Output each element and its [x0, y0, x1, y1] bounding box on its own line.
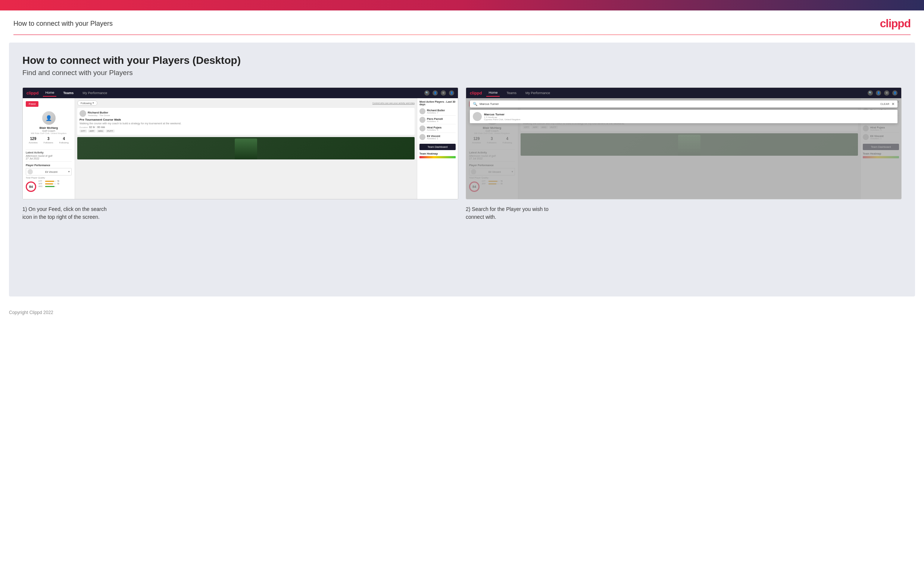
latest-activity-1: Latest Activity Afternoon round of golf …: [26, 151, 72, 160]
player-perf-title-1: Player Performance: [26, 164, 72, 167]
app-body-2: Feed 👤 Blair McHarg Golf Coach Mill Ride…: [466, 98, 901, 199]
feed-card-header-1: Richard Butler Yesterday · The Grove: [79, 110, 413, 117]
quality-bars-1: OTT79 APP70 ARG: [39, 180, 59, 188]
nav-teams-2[interactable]: Teams: [504, 89, 519, 96]
team-heatmap-title-1: Team Heatmap: [419, 153, 456, 155]
player-item-3: Hiral PujaraActivities: 3: [419, 124, 456, 133]
profile-name-1: Blair McHarg: [26, 126, 72, 130]
copyright-text: Copyright Clippd 2022: [9, 310, 53, 315]
search-bar-2[interactable]: 🔍 Marcus Turner CLEAR ✕: [470, 101, 898, 107]
feed-panel-1: Following ▾ Control who can see your act…: [75, 98, 417, 199]
player-avatar-3: [419, 125, 426, 132]
top-bar: [0, 0, 924, 10]
player-name-sel-1: Eli Vincent: [45, 170, 57, 173]
stats-row-1: 129 Activities 3 Followers 4 Following: [26, 136, 72, 144]
tag-row-1: OTT APP ARG PUTT: [79, 130, 413, 133]
tag-app-1: APP: [88, 130, 95, 133]
player-selector-1[interactable]: Eli Vincent ▾: [26, 168, 72, 175]
search-icon[interactable]: 🔍: [424, 90, 430, 96]
player-avatar-4: [419, 134, 426, 140]
clear-button[interactable]: CLEAR: [880, 103, 889, 105]
tag-ott-1: OTT: [79, 130, 87, 133]
nav-myperformance-2[interactable]: My Performance: [523, 89, 552, 96]
tag-arg-1: ARG: [97, 130, 105, 133]
player-item-4: Eli VincentActivities: 1: [419, 133, 456, 141]
profile-card-1: 👤 Blair McHarg Golf Coach Mill Ride Golf…: [26, 110, 72, 148]
settings-icon[interactable]: ⚙: [441, 90, 446, 96]
nav-home-2[interactable]: Home: [486, 89, 500, 97]
player-avatar-sm-1: [28, 169, 33, 174]
search-input-text[interactable]: Marcus Turner: [479, 102, 878, 106]
profile-club-1: Mill Ride Golf Club, United Kingdom: [26, 132, 72, 135]
step2-caption: 2) Search for the Player you wish toconn…: [466, 200, 901, 221]
team-dashboard-btn-1[interactable]: Team Dashboard: [419, 144, 456, 150]
avatar-icon[interactable]: 👤: [449, 90, 454, 96]
step2-screenshot: clippd Home Teams My Performance 🔍 👤 ⚙ 👤: [466, 88, 901, 200]
app-nav-2: clippd Home Teams My Performance 🔍 👤 ⚙ 👤: [466, 88, 901, 98]
player-item-1: Richard ButlerActivities: 7: [419, 107, 456, 116]
app-nav-1: clippd Home Teams My Performance 🔍 👤 ⚙ 👤: [23, 88, 458, 98]
step1-caption: 1) On your Feed, click on the searchicon…: [23, 200, 458, 221]
step2-caption-text: 2) Search for the Player you wish toconn…: [466, 206, 549, 220]
profile-image-1: 👤: [42, 111, 56, 125]
nav-icons-1: 🔍 👤 ⚙ 👤: [424, 90, 454, 96]
step1-caption-text: 1) On your Feed, click on the searchicon…: [23, 206, 107, 220]
result-name: Marcus Turner: [484, 113, 520, 116]
most-active-title-1: Most Active Players - Last 30 days: [419, 101, 456, 106]
feed-card-1: Richard Butler Yesterday · The Grove Pre…: [77, 108, 414, 135]
left-panel-1: Feed 👤 Blair McHarg Golf Coach Mill Ride…: [23, 98, 75, 199]
feed-person-name-1: Richard Butler: [88, 111, 110, 114]
app-body-1: Feed 👤 Blair McHarg Golf Coach Mill Ride…: [23, 98, 458, 199]
search-overlay: 🔍 Marcus Turner CLEAR ✕ Marcus Turner 1.…: [466, 98, 901, 199]
divider-1: [26, 149, 72, 150]
following-btn-1[interactable]: Following ▾: [77, 101, 97, 106]
settings-icon-2[interactable]: ⚙: [884, 90, 889, 96]
feed-title-1: Pre Tournament Course Walk: [79, 118, 413, 121]
avatar-icon-2[interactable]: 👤: [892, 90, 898, 96]
nav-logo-2: clippd: [470, 91, 482, 95]
heatmap-bar-1: [419, 156, 456, 158]
close-icon[interactable]: ✕: [892, 102, 895, 106]
result-club: Cypress Point Club, United Kingdom: [484, 119, 520, 120]
main-content: How to connect with your Players (Deskto…: [9, 42, 915, 297]
nav-icons-2: 🔍 👤 ⚙ 👤: [867, 90, 898, 96]
score-circle-1: 84: [26, 182, 36, 192]
follow-row-1: Following ▾ Control who can see your act…: [77, 101, 414, 106]
search-magnify-icon: 🔍: [473, 102, 477, 106]
player-perf-1: Player Performance Eli Vincent ▾ Total P…: [26, 164, 72, 192]
feed-avatar-1: [79, 110, 86, 117]
nav-home-1[interactable]: Home: [43, 89, 57, 97]
stat-following-1: 4 Following: [59, 136, 69, 144]
result-avatar: [473, 112, 482, 121]
screenshots-row: clippd Home Teams My Performance 🔍 👤 ⚙ 👤…: [23, 88, 901, 221]
page-title: How to connect with your Players: [13, 20, 113, 28]
profile-role-1: Golf Coach: [26, 130, 72, 132]
quality-label-1: Total Player Quality: [26, 177, 72, 179]
search-result-card[interactable]: Marcus Turner 1.5 Handicap Cypress Point…: [470, 110, 898, 123]
step1-screenshot: clippd Home Teams My Performance 🔍 👤 ⚙ 👤…: [23, 88, 458, 200]
main-subheading: Find and connect with your Players: [23, 69, 901, 77]
search-icon-2[interactable]: 🔍: [867, 90, 873, 96]
feed-meta-1: Yesterday · The Grove: [88, 114, 110, 117]
nav-myperformance-1[interactable]: My Performance: [80, 89, 109, 96]
person-icon[interactable]: 👤: [432, 90, 438, 96]
person-icon-2[interactable]: 👤: [876, 90, 881, 96]
feed-tab-1[interactable]: Feed: [26, 101, 39, 107]
main-heading: How to connect with your Players (Deskto…: [23, 55, 901, 67]
step2-block: clippd Home Teams My Performance 🔍 👤 ⚙ 👤: [466, 88, 901, 221]
control-link-1[interactable]: Control who can see your activity and da…: [372, 102, 414, 104]
stat-followers-1: 3 Followers: [44, 136, 53, 144]
step1-block: clippd Home Teams My Performance 🔍 👤 ⚙ 👤…: [23, 88, 458, 221]
tag-putt-1: PUTT: [105, 130, 115, 133]
feed-image-1: [77, 137, 414, 159]
nav-teams-1[interactable]: Teams: [61, 89, 76, 96]
header: How to connect with your Players clippd: [0, 10, 924, 34]
dropdown-arrow-1: ▾: [68, 170, 70, 173]
header-divider: [13, 34, 911, 35]
feed-duration-row-1: Duration 02 hr : 00 min: [79, 126, 413, 128]
player-avatar-2: [419, 117, 426, 123]
player-avatar-1: [419, 108, 426, 114]
footer: Copyright Clippd 2022: [0, 304, 924, 321]
right-panel-1: Most Active Players - Last 30 days Richa…: [417, 98, 458, 199]
feed-desc-1: Walking the course with my coach to buil…: [79, 122, 413, 125]
